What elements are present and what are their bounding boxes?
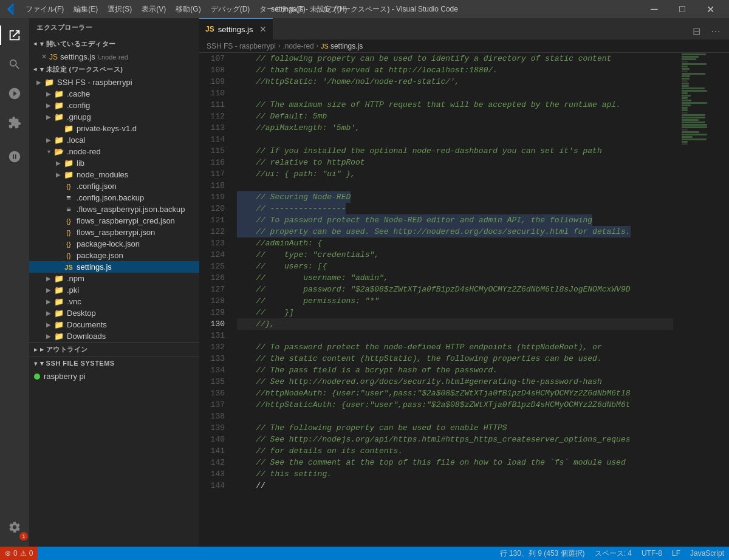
minimap-line bbox=[682, 83, 689, 84]
activity-search[interactable] bbox=[0, 50, 29, 79]
code-line-127: // password: "$2a$08$zZWtXTja0fB1pzD4sHC… bbox=[237, 284, 673, 295]
tree-item--pki[interactable]: ▶ 📁 .pki bbox=[29, 284, 199, 296]
activity-remote[interactable] bbox=[0, 142, 29, 171]
minimap-line bbox=[682, 68, 690, 70]
minimap-line bbox=[682, 73, 705, 75]
breadcrumb-part-2[interactable]: settings.js bbox=[330, 42, 363, 50]
tree-item--vnc[interactable]: ▶ 📁 .vnc bbox=[29, 296, 199, 307]
menu-goto[interactable]: 移動(G) bbox=[171, 0, 205, 18]
tree-item-package-lock-json[interactable]: {} package-lock.json bbox=[29, 238, 199, 250]
ssh-section: ▾ ▾ SSH FILE SYSTEMS raspberry pi bbox=[29, 357, 199, 383]
code-line-126: // username: "admin", bbox=[237, 272, 673, 284]
folder-icon: 📁 bbox=[54, 89, 64, 98]
activity-source-control[interactable] bbox=[0, 79, 29, 108]
tree-item-ssh-fs---raspberrypi[interactable]: ▶ 📁 SSH FS - raspberrypi bbox=[29, 77, 199, 88]
tree-item-downloads[interactable]: ▶ 📁 Downloads bbox=[29, 330, 199, 342]
tree-item--local[interactable]: ▶ 📁 .local bbox=[29, 134, 199, 146]
menu-debug[interactable]: デバッグ(D) bbox=[206, 0, 255, 18]
activity-bar: 1 bbox=[0, 18, 29, 547]
tab-settings-js[interactable]: JS settings.js ✕ bbox=[199, 18, 273, 39]
activity-extensions[interactable] bbox=[0, 108, 29, 137]
open-file-settings-js[interactable]: ✕ JS settings.js \.node-red bbox=[29, 51, 199, 63]
comment: // If you installed the optional node-re… bbox=[237, 145, 602, 157]
tree-item-desktop[interactable]: ▶ 📁 Desktop bbox=[29, 307, 199, 319]
open-editors-section[interactable]: ▾ ▾ 開いているエディター bbox=[29, 37, 199, 51]
status-errors[interactable]: ⊗ 0 ⚠ 0 bbox=[0, 547, 38, 560]
minimap-line bbox=[682, 92, 688, 94]
tree-item-node-modules[interactable]: ▶ 📁 node_modules bbox=[29, 169, 199, 180]
minimap-line bbox=[682, 117, 705, 118]
line-number-139: 139 bbox=[204, 422, 225, 434]
folder-icon: 📁 bbox=[64, 170, 74, 179]
json-file-icon: {} bbox=[66, 241, 70, 248]
status-position[interactable]: 行 130、列 9 (453 個選択) bbox=[495, 547, 590, 560]
tree-item-private-keys-v1-d[interactable]: 📁 private-keys-v1.d bbox=[29, 123, 199, 134]
title-bar: ファイル(F) 編集(E) 選択(S) 表示(V) 移動(G) デバッグ(D) … bbox=[0, 0, 729, 18]
minimap-line bbox=[682, 75, 690, 77]
json-file-icon: {} bbox=[66, 252, 70, 259]
folder-icon: 📁 bbox=[54, 297, 64, 306]
minimize-button[interactable]: ─ bbox=[640, 0, 668, 18]
maximize-button[interactable]: □ bbox=[668, 0, 696, 18]
tree-item--flows-raspberrypi-json-backup[interactable]: ≡ .flows_raspberrypi.json.backup bbox=[29, 203, 199, 215]
code-line-119: // Securing Node-RED bbox=[237, 191, 673, 203]
tree-item-package-json[interactable]: {} package.json bbox=[29, 250, 199, 261]
workspace-section[interactable]: ▾ ▾ 未設定 (ワークスペース) bbox=[29, 63, 199, 77]
tree-arrow: ▶ bbox=[44, 137, 53, 143]
minimap-line bbox=[682, 104, 691, 106]
activity-explorer[interactable] bbox=[0, 21, 29, 50]
status-bar-left: ⊗ 0 ⚠ 0 bbox=[0, 547, 38, 560]
tree-item-settings-js[interactable]: JS settings.js bbox=[29, 261, 199, 273]
code-line-107: // following property can be used to ide… bbox=[237, 53, 673, 64]
tree-item-lib[interactable]: ▶ 📁 lib bbox=[29, 157, 199, 169]
code-content[interactable]: // following property can be used to ide… bbox=[230, 53, 680, 547]
ssh-raspberry-pi[interactable]: raspberry pi bbox=[29, 370, 199, 383]
breadcrumb-part-1[interactable]: .node-red bbox=[282, 42, 313, 50]
comment-highlighted: // Securing Node-RED bbox=[237, 191, 351, 203]
close-button[interactable]: ✕ bbox=[696, 0, 724, 18]
line-number-120: 120 bbox=[204, 203, 225, 214]
folder-icon: 📁 bbox=[54, 101, 64, 110]
minimap-line bbox=[682, 56, 699, 58]
menu-edit[interactable]: 編集(E) bbox=[69, 0, 103, 18]
status-language[interactable]: JavaScript bbox=[685, 547, 729, 560]
status-spaces[interactable]: スペース: 4 bbox=[590, 547, 637, 560]
outline-label: ▸ アウトライン bbox=[40, 345, 88, 354]
tree-item-documents[interactable]: ▶ 📁 Documents bbox=[29, 319, 199, 330]
breadcrumb-part-0[interactable]: SSH FS - raspberrypi bbox=[207, 42, 276, 50]
tree-item--config[interactable]: ▶ 📁 .config bbox=[29, 100, 199, 111]
outline-header[interactable]: ▸ ▸ アウトライン bbox=[29, 343, 199, 357]
tree-item--npm[interactable]: ▶ 📁 .npm bbox=[29, 273, 199, 284]
menu-file[interactable]: ファイル(F) bbox=[21, 0, 69, 18]
tree-item--config-json[interactable]: {} .config.json bbox=[29, 180, 199, 192]
ssh-section-header[interactable]: ▾ ▾ SSH FILE SYSTEMS bbox=[29, 357, 199, 370]
tree-item--config-json-backup[interactable]: ≡ .config.json.backup bbox=[29, 192, 199, 203]
ssh-item-label: raspberry pi bbox=[44, 372, 86, 381]
tree-item-flows-raspberrypi-json[interactable]: {} flows_raspberrypi.json bbox=[29, 227, 199, 238]
workspace-label: ▾ 未設定 (ワークスペース) bbox=[40, 65, 123, 74]
tree-item--node-red[interactable]: ▾ 📂 .node-red bbox=[29, 146, 199, 157]
status-encoding[interactable]: UTF-8 bbox=[637, 547, 667, 560]
json-file-icon: {} bbox=[66, 217, 70, 225]
status-line-ending[interactable]: LF bbox=[667, 547, 685, 560]
tree-item--gnupg[interactable]: ▶ 📁 .gnupg bbox=[29, 111, 199, 123]
position-text: 行 130、列 9 (453 個選択) bbox=[500, 548, 585, 559]
tree-arrow: ▾ bbox=[44, 148, 53, 155]
editor-tabs: JS settings.js ✕ ⊟ ⋯ bbox=[199, 18, 729, 39]
activity-settings[interactable]: 1 bbox=[0, 513, 29, 542]
tree-item--cache[interactable]: ▶ 📁 .cache bbox=[29, 88, 199, 100]
code-line-136: //httpNodeAuth: {user:"user",pass:"$2a$0… bbox=[237, 388, 673, 399]
line-number-110: 110 bbox=[204, 87, 225, 99]
split-editor-button[interactable]: ⊟ bbox=[688, 22, 705, 39]
app-logo bbox=[5, 3, 17, 15]
code-line-112: // Default: 5mb bbox=[237, 111, 673, 122]
tree-item-label: .npm bbox=[67, 274, 84, 283]
comment: // users: [{ bbox=[237, 261, 327, 272]
comment: // that should be served at http://local… bbox=[237, 64, 498, 76]
close-icon[interactable]: ✕ bbox=[41, 53, 47, 61]
tab-close-button[interactable]: ✕ bbox=[259, 24, 267, 34]
menu-select[interactable]: 選択(S) bbox=[103, 0, 137, 18]
menu-view[interactable]: 表示(V) bbox=[137, 0, 171, 18]
more-actions-button[interactable]: ⋯ bbox=[707, 22, 724, 39]
tree-item-flows-raspberrypi-cred-json[interactable]: {} flows_raspberrypi_cred.json bbox=[29, 215, 199, 227]
